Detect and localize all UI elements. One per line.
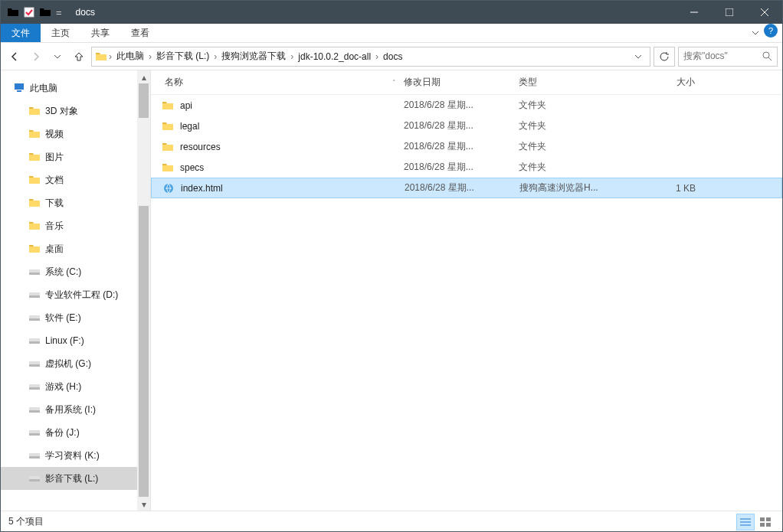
forward-button[interactable] xyxy=(27,47,45,66)
svg-rect-10 xyxy=(29,273,40,275)
column-date[interactable]: 修改日期 xyxy=(404,76,519,89)
breadcrumb-3[interactable]: jdk-10.0.2_doc-all xyxy=(295,51,374,62)
sidebar-scrollbar[interactable]: ▴ ▾ xyxy=(137,70,150,511)
tab-share[interactable]: 共享 xyxy=(80,24,120,42)
scroll-up-icon[interactable]: ▴ xyxy=(137,70,150,83)
svg-rect-25 xyxy=(29,453,40,456)
scroll-thumb-upper[interactable] xyxy=(139,83,149,118)
breadcrumb-0[interactable]: 此电脑 xyxy=(113,50,147,63)
svg-rect-24 xyxy=(29,433,40,436)
svg-rect-16 xyxy=(29,341,40,344)
address-bar[interactable]: › 此电脑 › 影音下载 (L:) › 搜狗浏览器下载 › jdk-10.0.2… xyxy=(91,47,650,67)
svg-rect-17 xyxy=(29,361,40,364)
svg-rect-18 xyxy=(29,364,40,367)
tree-item[interactable]: Linux (F:) xyxy=(1,329,150,352)
chevron-right-icon[interactable]: › xyxy=(212,51,218,62)
file-row[interactable]: specs2018/6/28 星期...文件夹 xyxy=(151,157,782,178)
svg-rect-2 xyxy=(726,8,733,16)
svg-rect-15 xyxy=(29,338,40,341)
file-row[interactable]: index.html2018/6/28 星期...搜狗高速浏览器H...1 KB xyxy=(151,178,782,198)
tree-item[interactable]: 影音下载 (L:) xyxy=(1,467,150,490)
chevron-right-icon[interactable]: › xyxy=(147,51,153,62)
back-button[interactable] xyxy=(5,47,24,66)
tree-item[interactable]: 软件 (E:) xyxy=(1,306,150,329)
up-button[interactable] xyxy=(70,47,88,66)
qat-dropdown-icon[interactable]: = xyxy=(56,7,62,18)
svg-rect-33 xyxy=(760,517,765,521)
tree-item[interactable]: 桌面 xyxy=(1,237,150,260)
scroll-thumb-lower[interactable] xyxy=(139,206,149,497)
maximize-button[interactable] xyxy=(712,1,747,24)
tree-item[interactable]: 游戏 (H:) xyxy=(1,375,150,398)
address-dropdown-icon[interactable] xyxy=(630,48,647,65)
navigation-pane: 此电脑3D 对象视频图片文档下载音乐桌面系统 (C:)专业软件工程 (D:)软件… xyxy=(1,70,151,511)
ribbon-tabs: 文件 主页 共享 查看 ? xyxy=(1,24,782,43)
tree-item[interactable]: 系统 (C:) xyxy=(1,260,150,283)
tree-item[interactable]: 学习资料 (K:) xyxy=(1,444,150,467)
app-folder-icon xyxy=(39,6,51,18)
tree-this-pc[interactable]: 此电脑 xyxy=(1,77,150,100)
view-thumbnails-button[interactable] xyxy=(756,514,775,530)
svg-rect-12 xyxy=(29,295,40,298)
svg-rect-14 xyxy=(29,318,40,321)
tree-item[interactable]: 专业软件工程 (D:) xyxy=(1,283,150,306)
ribbon-expand-icon[interactable] xyxy=(747,24,764,42)
file-row[interactable]: resources2018/6/28 星期...文件夹 xyxy=(151,136,782,157)
svg-rect-21 xyxy=(29,407,40,410)
view-details-button[interactable] xyxy=(736,514,755,530)
tab-file[interactable]: 文件 xyxy=(1,24,41,42)
chevron-right-icon[interactable]: › xyxy=(107,51,113,62)
window-title: docs xyxy=(76,7,95,18)
svg-rect-0 xyxy=(25,8,34,17)
window-controls xyxy=(677,1,782,24)
tree-item[interactable]: 下载 xyxy=(1,191,150,214)
sort-indicator-icon: ˄ xyxy=(392,79,396,86)
column-size[interactable]: 大小 xyxy=(634,76,710,89)
file-list-pane: 名称˄ 修改日期 类型 大小 api2018/6/28 星期...文件夹lega… xyxy=(151,70,782,511)
close-button[interactable] xyxy=(747,1,782,24)
title-bar: = docs xyxy=(1,1,782,24)
svg-rect-22 xyxy=(29,410,40,413)
svg-point-5 xyxy=(763,52,769,58)
breadcrumb-2[interactable]: 搜狗浏览器下载 xyxy=(218,50,289,63)
address-folder-icon xyxy=(95,51,107,63)
minimize-button[interactable] xyxy=(677,1,712,24)
checkbox-icon xyxy=(24,7,34,18)
column-type[interactable]: 类型 xyxy=(519,76,634,89)
nav-bar: › 此电脑 › 影音下载 (L:) › 搜狗浏览器下载 › jdk-10.0.2… xyxy=(1,43,782,70)
chevron-right-icon[interactable]: › xyxy=(374,51,380,62)
scroll-down-icon[interactable]: ▾ xyxy=(137,498,150,511)
svg-rect-19 xyxy=(29,384,40,387)
svg-rect-20 xyxy=(29,387,40,390)
svg-rect-35 xyxy=(760,523,765,527)
svg-rect-11 xyxy=(29,292,40,295)
chevron-right-icon[interactable]: › xyxy=(289,51,295,62)
search-placeholder: 搜索"docs" xyxy=(683,50,728,63)
svg-line-6 xyxy=(768,57,772,60)
tree-item[interactable]: 图片 xyxy=(1,145,150,168)
tree-item[interactable]: 音乐 xyxy=(1,214,150,237)
tree-item[interactable]: 3D 对象 xyxy=(1,100,150,122)
svg-rect-7 xyxy=(15,83,24,90)
svg-rect-27 xyxy=(29,476,40,479)
tab-view[interactable]: 查看 xyxy=(120,24,160,42)
file-row[interactable]: legal2018/6/28 星期...文件夹 xyxy=(151,116,782,136)
tree-item[interactable]: 虚拟机 (G:) xyxy=(1,352,150,375)
file-row[interactable]: api2018/6/28 星期...文件夹 xyxy=(151,95,782,116)
svg-rect-8 xyxy=(17,90,21,92)
refresh-button[interactable] xyxy=(654,47,675,67)
tab-home[interactable]: 主页 xyxy=(41,24,80,42)
svg-rect-13 xyxy=(29,315,40,318)
history-dropdown-icon[interactable] xyxy=(48,47,67,66)
tree-item[interactable]: 视频 xyxy=(1,122,150,145)
tree-item[interactable]: 文档 xyxy=(1,168,150,191)
tree-item[interactable]: 备用系统 (I:) xyxy=(1,398,150,421)
svg-rect-23 xyxy=(29,430,40,433)
breadcrumb-4[interactable]: docs xyxy=(380,51,405,62)
main-area: 此电脑3D 对象视频图片文档下载音乐桌面系统 (C:)专业软件工程 (D:)软件… xyxy=(1,70,782,511)
column-name[interactable]: 名称˄ xyxy=(151,76,404,89)
breadcrumb-1[interactable]: 影音下载 (L:) xyxy=(153,50,212,63)
tree-item[interactable]: 备份 (J:) xyxy=(1,421,150,444)
search-input[interactable]: 搜索"docs" xyxy=(678,47,778,67)
help-button[interactable]: ? xyxy=(764,24,778,38)
